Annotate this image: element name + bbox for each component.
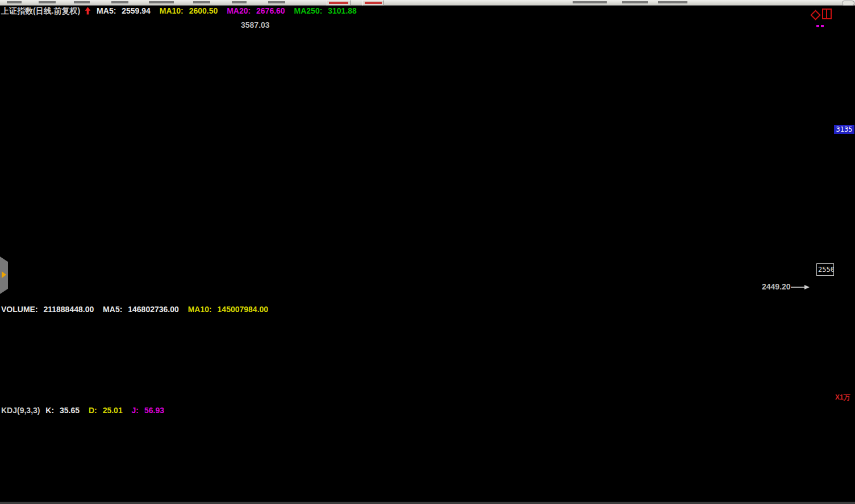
ma5-label: MA5: 2559.94 <box>97 6 154 15</box>
main-chart-header: 上证指数(日线.前复权) MA5: 2559.94 MA10: 2600.50 … <box>1 6 364 16</box>
sell-button[interactable] <box>362 0 384 6</box>
kdj-j-label: J: 56.93 <box>132 406 168 415</box>
kdj-d-label: D: 25.01 <box>89 406 126 415</box>
bottom-strip <box>0 502 855 504</box>
up-arrow-icon <box>85 6 91 16</box>
peak-price-label: 3587.03 <box>241 20 270 30</box>
split-window-icon[interactable] <box>822 9 832 19</box>
top-menu-strip <box>0 0 855 6</box>
symbol-title: 上证指数(日线.前复权) <box>1 6 80 15</box>
ma250-label: MA250: 3101.88 <box>294 6 360 15</box>
kdj-header: KDJ(9,3,3) K: 35.65 D: 25.01 J: 56.93 <box>1 406 171 415</box>
kdj-k-label: K: 35.65 <box>45 406 83 415</box>
menu-item-fragment[interactable] <box>39 1 56 3</box>
menu-item-fragment[interactable] <box>232 1 247 3</box>
ma20-label: MA20: 2676.60 <box>227 6 289 15</box>
buy-button[interactable] <box>327 0 351 6</box>
expand-right-icon <box>2 271 6 278</box>
low-price-label: 2449.20 <box>762 282 810 291</box>
menu-item-fragment[interactable] <box>7 1 22 3</box>
volume-ma10-label: MA10: 145007984.00 <box>188 305 272 314</box>
menu-item-fragment[interactable] <box>622 1 648 3</box>
menu-item-fragment[interactable] <box>573 1 607 3</box>
low-pointer-arrow-icon <box>791 284 810 290</box>
volume-ma5-label: MA5: 146802736.00 <box>103 305 182 314</box>
magenta-dot-icon <box>816 25 819 27</box>
chart-canvas[interactable] <box>0 0 855 504</box>
magenta-dot-icon <box>821 25 824 27</box>
volume-header: VOLUME: 211888448.00 MA5: 146802736.00 M… <box>1 305 275 314</box>
menu-item-fragment[interactable] <box>658 1 687 3</box>
low-price-text: 2449.20 <box>762 282 791 291</box>
trading-app-window: { "top_strip": { "buttons": [ {"name": "… <box>0 0 855 504</box>
window-control-pill[interactable] <box>842 1 854 6</box>
volume-label: VOLUME: 211888448.00 <box>1 305 97 314</box>
menu-item-fragment[interactable] <box>149 1 174 3</box>
menu-item-fragment[interactable] <box>193 1 210 3</box>
menu-item-fragment[interactable] <box>268 1 285 3</box>
menu-item-fragment[interactable] <box>74 1 90 3</box>
menu-item-fragment[interactable] <box>111 1 128 3</box>
panel-expander[interactable] <box>0 257 8 294</box>
last-price-box: 2550 <box>816 263 834 276</box>
volume-unit-label: X1万 <box>835 393 850 402</box>
kdj-indicator-label: KDJ(9,3,3) <box>1 406 40 415</box>
ma10-label: MA10: 2600.50 <box>160 6 222 15</box>
axis-price-highlight: 3135 <box>834 125 854 134</box>
